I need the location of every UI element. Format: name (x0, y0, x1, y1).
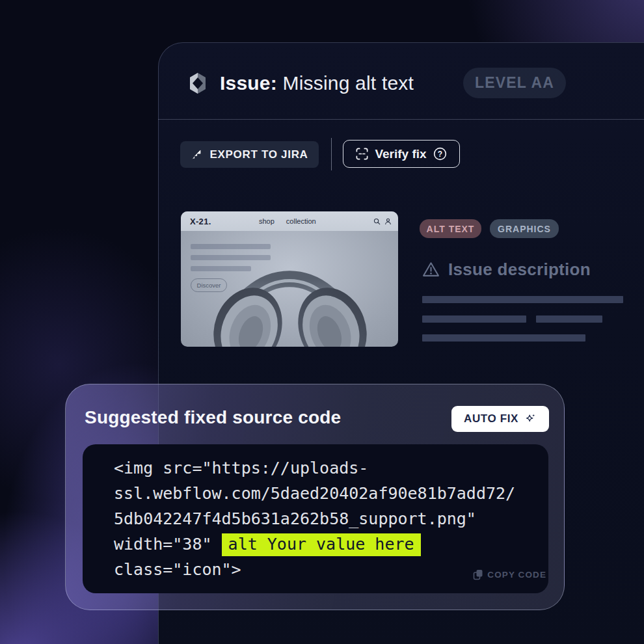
code-line: ssl.webflow.com/5daed20402af90e81b7add72… (114, 481, 526, 506)
export-button-label: EXPORT TO JIRA (209, 148, 308, 161)
verify-fix-button[interactable]: Verify fix ? (343, 140, 460, 168)
suggested-fix-title: Suggested fixed source code (85, 407, 341, 428)
issue-title-prefix: Issue: (220, 72, 277, 94)
code-line: class="icon"> (114, 557, 526, 582)
preview-navbar: X-21. shop collection (181, 211, 398, 231)
auto-fix-button[interactable]: AUTO FIX (451, 406, 549, 432)
preview-skeleton-bar (191, 244, 271, 249)
alt-value-highlight: alt Your value here (222, 533, 421, 556)
preview-discover-button: Discover (191, 278, 227, 292)
copy-icon (473, 569, 483, 580)
sparkle-icon (524, 412, 537, 425)
svg-text:?: ? (437, 150, 442, 159)
gem-logo-icon (185, 71, 210, 96)
skeleton-bar (536, 315, 602, 323)
issue-description-heading: Issue description (422, 260, 591, 280)
user-icon (384, 218, 392, 225)
issue-title-text: Missing alt text (277, 72, 414, 94)
preview-nav-shop: shop (259, 217, 275, 225)
code-line: width="38" alt Your value here (114, 531, 526, 557)
skeleton-bar (422, 296, 623, 303)
code-line: <img src="https://uploads- (114, 455, 526, 481)
header-divider (158, 119, 644, 120)
preview-skeleton-bar (191, 255, 271, 260)
preview-logo: X-21. (190, 217, 211, 226)
tag-alt-text: ALT TEXT (420, 219, 481, 238)
code-line4-prefix: width="38" (114, 535, 222, 554)
level-aa-badge: LEVEL AA (463, 68, 566, 98)
preview-nav-collection: collection (286, 217, 316, 225)
warning-icon (422, 261, 440, 278)
tag-graphics: GRAPHICS (490, 219, 559, 238)
copy-code-label: COPY CODE (487, 570, 546, 580)
screenshot-stage: Issue: Missing alt text LEVEL AA EXPORT … (0, 0, 644, 644)
skeleton-bar (422, 315, 526, 323)
export-to-jira-button[interactable]: EXPORT TO JIRA (180, 141, 319, 168)
code-line: 5db042247f4d5b631a262b58_support.png" (114, 506, 526, 531)
verify-button-label: Verify fix (375, 147, 426, 161)
jira-icon (191, 148, 203, 161)
issue-description-label: Issue description (448, 260, 591, 280)
site-preview-thumbnail: X-21. shop collection Discover (181, 211, 398, 347)
preview-skeleton-bar (191, 266, 251, 271)
auto-fix-label: AUTO FIX (464, 412, 518, 425)
issue-header: Issue: Missing alt text (185, 68, 414, 99)
skeleton-bar (422, 334, 585, 342)
page-title: Issue: Missing alt text (220, 72, 414, 94)
scan-icon (355, 147, 369, 161)
preview-nav: shop collection (259, 211, 316, 231)
search-icon (373, 218, 381, 225)
help-icon[interactable]: ? (433, 146, 448, 161)
copy-code-button[interactable]: COPY CODE (473, 569, 546, 580)
toolbar-divider (331, 138, 332, 170)
